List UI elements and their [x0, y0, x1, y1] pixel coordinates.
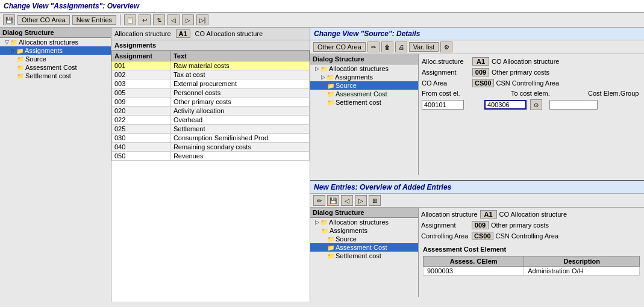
src-folder-assign: 📁: [327, 74, 334, 81]
tree-alloc-structures[interactable]: ▽ 📁 Allocation structures: [0, 38, 111, 46]
alloc-struct-label: Allocation structure: [114, 30, 171, 37]
new-entries-panel-title: New Entries: Overview of Added Entries: [310, 181, 644, 194]
alloc-struct-form-code: A1: [472, 57, 489, 66]
ne-assign-label: Assignment: [421, 222, 469, 229]
source-var-list-btn[interactable]: Var. list: [409, 42, 439, 52]
assignment-form-code: 009: [472, 68, 489, 76]
to-cost-picker-icon[interactable]: ⊙: [530, 99, 542, 110]
tree-settlement-label: Settlement cost: [25, 72, 71, 79]
assess-cell-elem: 9000003: [424, 267, 524, 276]
from-cost-input[interactable]: [422, 100, 464, 110]
source-pencil-icon[interactable]: ✏: [367, 42, 380, 52]
table-row[interactable]: 009Other primary costs: [112, 98, 310, 107]
src-tree-assess[interactable]: 📁 Assessment Cost: [310, 90, 418, 98]
main-content: Dialog Structure ▽ 📁 Allocation structur…: [0, 28, 644, 302]
ne-nav3-icon[interactable]: ⊞: [369, 195, 381, 206]
new-entries-button[interactable]: New Entries: [72, 15, 116, 25]
save-icon[interactable]: 💾: [3, 14, 15, 25]
assessment-table: Assess. CElem Description 9000003Adminis…: [423, 256, 640, 276]
nav-icon-2[interactable]: ▷: [182, 14, 194, 25]
co-area-form-name: CSN Controlling Area: [496, 79, 560, 87]
app-title: Change View "Assignments": Overview: [4, 2, 139, 10]
ne-ds-header: Dialog Structure: [310, 208, 418, 218]
ne-save-icon[interactable]: 💾: [327, 195, 339, 206]
ne-nav1-icon[interactable]: ◁: [341, 195, 353, 206]
table-row[interactable]: 003External procurement: [112, 79, 310, 88]
tree-assessment-cost[interactable]: 📁 Assessment Cost: [0, 63, 111, 72]
source-settings-icon[interactable]: ⚙: [440, 42, 452, 52]
src-settle-label: Settlement cost: [336, 99, 381, 106]
table-row[interactable]: 040Remaining scondary costs: [112, 143, 310, 152]
src-tree-assign[interactable]: ▷ 📁 Assignments: [310, 73, 418, 81]
alloc-struct-code: A1: [176, 29, 190, 38]
table-row[interactable]: 050Revenues: [112, 152, 310, 161]
ne-pencil-icon[interactable]: ✏: [313, 195, 325, 206]
table-row[interactable]: 022Overhead: [112, 116, 310, 125]
ne-alloc-label: Allocation structures: [329, 219, 389, 226]
cell-text: Revenues: [170, 152, 309, 161]
ne-tree-alloc[interactable]: ▷ 📁 Allocation structures: [310, 218, 418, 226]
src-assign-label: Assignments: [335, 73, 373, 81]
table-row[interactable]: 025Settlement: [112, 125, 310, 134]
source-panel-content: Dialog Structure ▷ 📁 Allocation structur…: [310, 54, 644, 175]
undo-icon[interactable]: ↩: [139, 14, 151, 25]
src-tree-alloc[interactable]: ▷ 📁 Allocation structures: [310, 64, 418, 73]
table-row[interactable]: 005Personnel costs: [112, 88, 310, 98]
copy-icon[interactable]: 📋: [124, 14, 136, 25]
src-tree-settle[interactable]: 📁 Settlement cost: [310, 98, 418, 107]
tree-settlement-cost[interactable]: 📁 Settlement cost: [0, 72, 111, 80]
nav-icon-3[interactable]: ▷|: [196, 14, 208, 25]
ne-assign-code: 009: [472, 221, 489, 229]
src-expand-assign: ▷: [321, 74, 325, 80]
ne-tree-assess[interactable]: 📁 Assessment Cost: [310, 243, 418, 252]
ne-alloc-name: CO Allocation structure: [499, 211, 567, 218]
ne-alloc-code: A1: [480, 210, 497, 219]
tree-source[interactable]: 📁 Source: [0, 55, 111, 63]
assess-table-row[interactable]: 9000003Administration O/H: [424, 267, 640, 276]
source-other-co-area-btn[interactable]: Other CO Area: [313, 42, 366, 52]
folder-source-icon: 📁: [17, 56, 24, 63]
to-cost-input[interactable]: [484, 100, 527, 110]
assignments-section-label: Assignments: [111, 40, 310, 51]
table-row[interactable]: 002Tax at cost: [112, 70, 310, 79]
alloc-struct-form-label: Alloc.structure: [422, 58, 470, 65]
col-assignment: Assignment: [112, 51, 171, 61]
table-row[interactable]: 001Raw material costs: [112, 61, 310, 70]
ne-ctrl-area-row: Controlling Area CS00 CSN Controlling Ar…: [421, 232, 642, 240]
cell-assignment: 030: [112, 134, 171, 143]
cell-text: External procurement: [170, 79, 309, 88]
other-co-area-button[interactable]: Other CO Area: [17, 15, 70, 25]
cost-range-values-row: ⊙: [422, 99, 641, 110]
source-print-icon[interactable]: 🖨: [395, 42, 407, 52]
folder-alloc-icon: 📁: [10, 39, 17, 46]
assessment-header: Assessment Cost Element: [423, 244, 640, 254]
ne-alloc-row: Allocation structure A1 CO Allocation st…: [421, 210, 642, 219]
assignment-form-name: Other primary costs: [492, 69, 549, 76]
source-delete-icon[interactable]: 🗑: [381, 42, 393, 52]
new-entries-toolbar: ✏ 💾 ◁ ▷ ⊞: [310, 194, 644, 208]
ne-ctrl-area-code: CS00: [472, 232, 493, 240]
cell-assignment: 025: [112, 125, 171, 134]
ne-tree-settle[interactable]: 📁 Settlement cost: [310, 252, 418, 260]
ne-dialog-structure: Dialog Structure ▷ 📁 Allocation structur…: [310, 208, 419, 297]
table-row[interactable]: 020Activity allocation: [112, 107, 310, 116]
cost-group-input[interactable]: [549, 100, 598, 110]
table-row[interactable]: 030Consumption Semifinished Prod.: [112, 134, 310, 143]
ne-folder-source: 📁: [327, 236, 334, 243]
ne-tree-assign[interactable]: 📁 Assignments: [310, 226, 418, 235]
source-dialog-structure: Dialog Structure ▷ 📁 Allocation structur…: [310, 54, 419, 175]
nav-icon-1[interactable]: ◁: [167, 14, 180, 25]
ne-nav2-icon[interactable]: ▷: [355, 195, 367, 206]
tree-alloc-label: Allocation structures: [19, 39, 78, 46]
src-tree-source[interactable]: 📁 Source: [310, 81, 418, 90]
source-panel-toolbar: Other CO Area ✏ 🗑 🖨 Var. list ⚙: [310, 40, 644, 54]
src-folder-source: 📁: [327, 82, 334, 89]
ne-tree-source[interactable]: 📁 Source: [310, 235, 418, 243]
source-ds-header: Dialog Structure: [310, 54, 418, 64]
ne-folder-settle: 📁: [327, 253, 334, 259]
top-right-panel: Change View "Source": Details Other CO A…: [310, 28, 644, 181]
move-icon[interactable]: ⇅: [153, 14, 165, 25]
tree-assignments[interactable]: ▷ 📁 Assignments: [0, 46, 111, 55]
cell-text: Raw material costs: [170, 61, 309, 70]
folder-assessment-icon: 📁: [17, 64, 24, 71]
